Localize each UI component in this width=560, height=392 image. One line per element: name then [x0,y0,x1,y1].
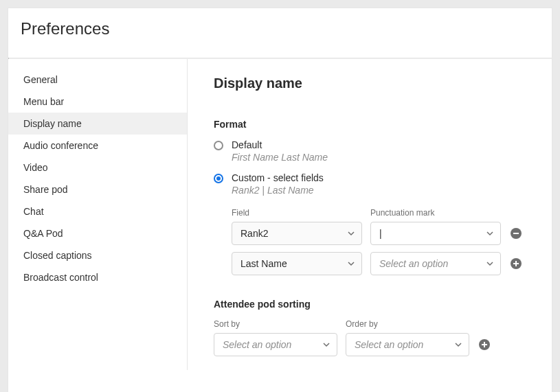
sorting-heading: Attendee pod sorting [214,299,526,310]
field-select-2-value: Last Name [240,258,287,269]
add-sort-button[interactable] [478,338,491,351]
sidebar-item-chat[interactable]: Chat [8,200,187,222]
radio-icon [214,174,223,183]
remove-row-button[interactable] [509,227,523,240]
chevron-down-icon [486,230,493,237]
radio-custom[interactable]: Custom - select fields Rank2 | Last Name [214,172,526,196]
field-header: Field [232,208,362,218]
chevron-down-icon [348,260,355,267]
radio-custom-sub: Rank2 | Last Name [232,185,324,196]
plus-circle-icon [478,338,491,351]
sort-by-value: Select an option [223,339,291,350]
chevron-down-icon [455,341,462,348]
sorting-section: Attendee pod sorting Sort by Order by Se… [214,299,526,356]
chevron-down-icon [486,260,493,267]
field-select-1[interactable]: Rank2 [232,222,362,245]
radio-default-sub: First Name Last Name [232,152,328,163]
page-title: Preferences [8,8,552,58]
svg-rect-4 [515,261,517,266]
radio-icon [214,141,223,150]
preferences-panel: Preferences General Menu bar Display nam… [8,8,552,392]
order-by-value: Select an option [355,339,423,350]
field-select-1-value: Rank2 [240,228,268,239]
sidebar-item-qa-pod[interactable]: Q&A Pod [8,222,187,244]
field-row-2: Last Name Select an option [232,252,526,275]
punct-select-1-value: | [379,228,382,239]
sort-by-select[interactable]: Select an option [214,333,337,356]
sidebar-item-display-name[interactable]: Display name [8,113,187,135]
sidebar: General Menu bar Display name Audio conf… [8,59,188,370]
field-row-1: Rank2 | [232,222,526,245]
add-row-button[interactable] [509,257,523,270]
order-by-select[interactable]: Select an option [346,333,469,356]
sidebar-item-closed-captions[interactable]: Closed captions [8,244,187,266]
main-content: Display name Format Default First Name L… [188,59,552,370]
radio-default[interactable]: Default First Name Last Name [214,139,526,163]
sidebar-item-audio-conference[interactable]: Audio conference [8,135,187,157]
sidebar-item-menu-bar[interactable]: Menu bar [8,91,187,113]
radio-default-label: Default [232,139,328,150]
svg-rect-1 [513,233,519,234]
sidebar-item-broadcast-control[interactable]: Broadcast control [8,266,187,288]
sort-by-label: Sort by [214,319,337,329]
custom-fields-block: Field Punctuation mark Rank2 | [232,208,526,275]
sort-row: Select an option Select an option [214,333,526,356]
field-select-2[interactable]: Last Name [232,252,362,275]
format-heading: Format [214,119,526,130]
punct-header: Punctuation mark [370,208,501,218]
sidebar-item-video[interactable]: Video [8,157,187,178]
order-by-label: Order by [346,319,469,329]
sidebar-item-share-pod[interactable]: Share pod [8,178,187,200]
punct-select-2-value: Select an option [379,258,448,269]
plus-circle-icon [510,257,522,270]
chevron-down-icon [323,341,330,348]
chevron-down-icon [348,230,355,237]
sidebar-item-general[interactable]: General [8,69,187,91]
main-heading: Display name [214,76,526,91]
radio-custom-label: Custom - select fields [232,172,324,183]
svg-rect-7 [484,342,485,347]
minus-circle-icon [510,227,522,240]
punct-select-2[interactable]: Select an option [370,252,501,275]
content-area: General Menu bar Display name Audio conf… [8,59,552,370]
punct-select-1[interactable]: | [370,222,501,245]
